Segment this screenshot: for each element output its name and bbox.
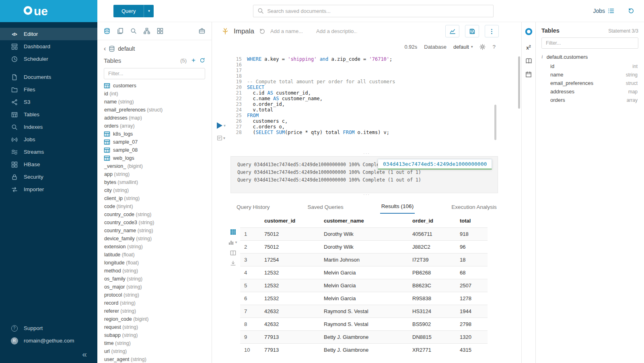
- run-options-caret[interactable]: ▼: [224, 124, 226, 128]
- tree-column-code[interactable]: code (tinyint): [104, 202, 205, 210]
- result-row-6[interactable]: 612532Melvin GarciaR9S8381278: [240, 292, 488, 305]
- tree-column-user_agent[interactable]: user_agent (string): [104, 355, 205, 363]
- search-input[interactable]: [267, 8, 489, 14]
- result-row-5[interactable]: 512532Melvin GarciaB8623C2507: [240, 279, 488, 292]
- tree-column-latitude[interactable]: latitude (float): [104, 251, 205, 259]
- tables-filter-input[interactable]: [104, 68, 205, 79]
- tree-column-longitude[interactable]: longitude (float): [104, 259, 205, 267]
- right-assist-column-id[interactable]: idint: [541, 62, 638, 70]
- right-assist-column-email_preferences[interactable]: email_preferencesstruct: [541, 79, 638, 87]
- new-query-button[interactable]: Query ▾: [113, 5, 154, 17]
- result-row-1[interactable]: 175012Dorothy Wilk4056711918: [240, 228, 488, 241]
- gear-icon[interactable]: [479, 44, 486, 50]
- code-line-18[interactable]: 18: [231, 73, 521, 79]
- code-line-15[interactable]: 15WHERE a.key = 'shipping' and a.zip_cod…: [231, 56, 521, 62]
- code-line-25[interactable]: 25FROM: [231, 113, 521, 118]
- add-table-button[interactable]: +: [191, 56, 195, 64]
- query-dropdown-caret[interactable]: ▾: [144, 5, 154, 17]
- query-description-input[interactable]: [316, 28, 357, 34]
- right-assist-column-orders[interactable]: ordersarray: [541, 96, 638, 104]
- code-line-20[interactable]: 20SELECT: [231, 85, 521, 90]
- chart-settings-button[interactable]: [445, 25, 459, 37]
- explain-button[interactable]: ▼: [217, 135, 225, 141]
- documents-copy-icon[interactable]: [117, 28, 123, 34]
- tree-column-os_family[interactable]: os_family (string): [104, 275, 205, 283]
- tree-column-addresses[interactable]: addresses (map): [104, 114, 205, 122]
- columns-view-icon[interactable]: [230, 250, 236, 256]
- tree-column-city[interactable]: city (string): [104, 186, 205, 194]
- tree-column-url[interactable]: url (string): [104, 347, 205, 355]
- tree-column-country_code3[interactable]: country_code3 (string): [104, 219, 205, 227]
- tree-column-country_name[interactable]: country_name (string): [104, 227, 205, 235]
- tab-saved-queries[interactable]: Saved Queries: [307, 204, 345, 214]
- code-line-24[interactable]: 24 v.total: [231, 107, 521, 113]
- sidebar-item-jobs[interactable]: Jobs: [0, 133, 97, 146]
- databases-icon[interactable]: [104, 28, 110, 34]
- code-line-27[interactable]: 27 c.orders o,: [231, 124, 521, 130]
- functions-icon[interactable]: x2: [526, 44, 531, 51]
- resize-handle-bottom[interactable]: ···: [212, 193, 521, 197]
- tree-column-region_code[interactable]: region_code (bigint): [104, 315, 205, 323]
- database-selector[interactable]: default ▾: [453, 44, 473, 50]
- hue-logo[interactable]: ue: [0, 0, 97, 22]
- tree-column-name[interactable]: name (string): [104, 98, 205, 106]
- sidebar-item-scheduler[interactable]: Scheduler: [0, 53, 97, 65]
- sidebar-item-hbase[interactable]: HBase: [0, 158, 97, 171]
- run-query-button[interactable]: [217, 122, 222, 129]
- tree-column-os_major[interactable]: os_major (string): [104, 283, 205, 291]
- query-history-icon[interactable]: [259, 28, 265, 35]
- language-reference-icon[interactable]: [525, 58, 532, 64]
- sidebar-item-streams[interactable]: Streams: [0, 146, 97, 158]
- history-icon[interactable]: [628, 8, 634, 14]
- sitemap-icon[interactable]: [144, 28, 150, 34]
- chevron-left-icon[interactable]: ‹: [104, 45, 106, 52]
- query-name-input[interactable]: [270, 28, 311, 34]
- tree-table-web_logs[interactable]: web_logs: [104, 154, 205, 162]
- right-assist-column-name[interactable]: namestring: [541, 70, 638, 79]
- grid-view-icon[interactable]: [230, 229, 236, 235]
- query-id-popup[interactable]: 034d413ec7474ed5:4249de1000000000: [378, 159, 492, 169]
- tree-column-record[interactable]: record (string): [104, 299, 205, 307]
- tree-table-k8s_logs[interactable]: k8s_logs: [104, 130, 205, 138]
- user-menu[interactable]: R romain@gethue.com: [0, 334, 97, 347]
- tree-column-time[interactable]: time (string): [104, 339, 205, 347]
- column-header-total[interactable]: total: [456, 214, 488, 228]
- sidebar-item-documents[interactable]: Documents: [0, 71, 97, 83]
- active-table[interactable]: i default.customers: [541, 54, 638, 60]
- column-header-order_id[interactable]: order_id: [408, 214, 456, 228]
- tab-results-106-[interactable]: Results (106): [380, 203, 415, 214]
- right-assist-filter-input[interactable]: [541, 37, 638, 49]
- code-line-16[interactable]: 16: [231, 62, 521, 68]
- tree-column-_version_[interactable]: _version_ (bigint): [104, 162, 205, 170]
- breadcrumb-database[interactable]: default: [118, 45, 135, 52]
- code-line-22[interactable]: 22 c.name AS customer_name,: [231, 96, 521, 101]
- tree-column-subapp[interactable]: subapp (string): [104, 331, 205, 339]
- briefcase-icon[interactable]: [199, 28, 205, 34]
- result-row-2[interactable]: 275012Dorothy WilkJ882C296: [240, 241, 488, 254]
- tree-table-sample_08[interactable]: sample_08: [104, 146, 205, 154]
- sidebar-item-tables[interactable]: Tables: [0, 108, 97, 121]
- tree-column-device_family[interactable]: device_family (string): [104, 235, 205, 243]
- code-line-23[interactable]: 23 o.order_id,: [231, 101, 521, 107]
- panel-scrollbar[interactable]: [518, 56, 520, 109]
- jobs-link[interactable]: Jobs: [593, 8, 614, 14]
- code-line-21[interactable]: 21 c.id AS customer_id,: [231, 90, 521, 96]
- tree-column-protocol[interactable]: protocol (string): [104, 291, 205, 299]
- refresh-icon[interactable]: [200, 58, 205, 63]
- code-line-28[interactable]: 28 (SELECT SUM(price * qty) total FROM o…: [231, 130, 521, 135]
- tree-column-extension[interactable]: extension (string): [104, 243, 205, 251]
- tree-column-client_ip[interactable]: client_ip (string): [104, 194, 205, 202]
- result-row-8[interactable]: 842632Raymond S. VestalBS59022798: [240, 318, 488, 331]
- result-row-4[interactable]: 412532Melvin GarciaPB626868: [240, 266, 488, 279]
- global-search[interactable]: [253, 5, 494, 17]
- sidebar-item-dashboard[interactable]: Dashboard: [0, 40, 97, 53]
- sidebar-item-editor[interactable]: </>Editor: [0, 28, 97, 40]
- code-editor[interactable]: 15WHERE a.key = 'shipping' and a.zip_cod…: [212, 53, 521, 152]
- sidebar-item-security[interactable]: Security: [0, 171, 97, 183]
- query-more-actions-button[interactable]: ⋮: [485, 25, 499, 37]
- chart-view-icon[interactable]: ▼: [228, 239, 238, 245]
- save-query-button[interactable]: [465, 25, 479, 37]
- tree-column-method[interactable]: method (string): [104, 267, 205, 275]
- code-line-26[interactable]: 26 customers c,: [231, 118, 521, 124]
- collapse-sidebar-button[interactable]: «: [82, 349, 87, 359]
